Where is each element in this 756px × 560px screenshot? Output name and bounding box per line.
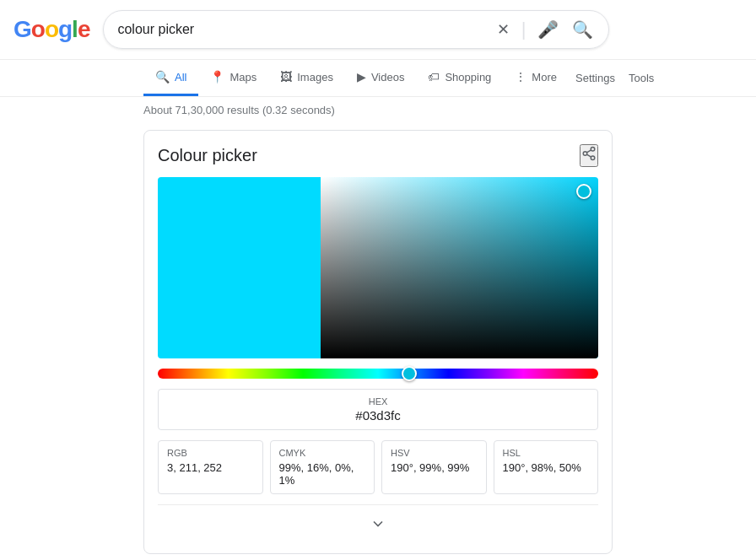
videos-icon: ▶ bbox=[357, 70, 366, 83]
clear-button[interactable]: ✕ bbox=[495, 19, 511, 40]
header: Google colour picker ✕ | 🎤 🔍 bbox=[0, 0, 756, 60]
card-title: Colour picker bbox=[158, 146, 257, 165]
results-info: About 71,30,000 results (0.32 seconds) bbox=[0, 97, 756, 123]
tab-maps[interactable]: 📍 Maps bbox=[198, 60, 268, 96]
voice-search-button[interactable]: 🎤 bbox=[536, 18, 560, 41]
gradient-handle[interactable] bbox=[576, 184, 591, 199]
hex-value[interactable]: #03d3fc bbox=[169, 408, 587, 423]
svg-point-0 bbox=[591, 148, 595, 152]
settings-link[interactable]: Settings bbox=[575, 72, 615, 84]
hue-slider-track[interactable] bbox=[158, 369, 598, 379]
hsl-label: HSL bbox=[503, 448, 590, 458]
expand-button[interactable] bbox=[366, 512, 390, 540]
rgb-label: RGB bbox=[167, 448, 254, 458]
more-icon: ⋮ bbox=[515, 70, 526, 83]
nav-settings: Settings Tools bbox=[569, 72, 661, 84]
hsv-value: 190°, 99%, 99% bbox=[391, 461, 478, 474]
color-gradient-container[interactable] bbox=[158, 177, 598, 358]
rgb-box[interactable]: RGB 3, 211, 252 bbox=[158, 440, 263, 494]
hex-label: HEX bbox=[169, 396, 587, 407]
tools-link[interactable]: Tools bbox=[629, 72, 654, 84]
results-count: About 71,30,000 results (0.32 seconds) bbox=[143, 104, 335, 116]
color-values-grid: RGB 3, 211, 252 CMYK 99%, 16%, 0%, 1% HS… bbox=[158, 440, 598, 494]
tab-more-label: More bbox=[532, 71, 557, 83]
color-solid-preview bbox=[158, 177, 321, 358]
hsl-box[interactable]: HSL 190°, 98%, 50% bbox=[494, 440, 599, 494]
tab-more[interactable]: ⋮ More bbox=[503, 60, 569, 96]
search-bar: colour picker ✕ | 🎤 🔍 bbox=[103, 10, 609, 49]
images-icon: 🖼 bbox=[280, 70, 292, 83]
hsl-value: 190°, 98%, 50% bbox=[503, 461, 590, 474]
tab-shopping[interactable]: 🏷 Shopping bbox=[416, 60, 503, 96]
cmyk-box[interactable]: CMYK 99%, 16%, 0%, 1% bbox=[270, 440, 375, 494]
svg-line-3 bbox=[586, 154, 591, 157]
tab-all[interactable]: 🔍 All bbox=[143, 60, 198, 96]
svg-line-4 bbox=[586, 150, 591, 153]
all-icon: 🔍 bbox=[155, 70, 170, 83]
card-header: Colour picker bbox=[158, 144, 598, 167]
search-button[interactable]: 🔍 bbox=[570, 18, 595, 41]
cmyk-label: CMYK bbox=[279, 448, 366, 458]
tab-videos[interactable]: ▶ Videos bbox=[345, 60, 417, 96]
tab-maps-label: Maps bbox=[230, 71, 256, 83]
main-content: Colour picker HEX #03d3fc bbox=[0, 123, 756, 560]
tab-images[interactable]: 🖼 Images bbox=[268, 60, 345, 96]
maps-icon: 📍 bbox=[210, 70, 224, 83]
tab-videos-label: Videos bbox=[371, 71, 405, 83]
expand-section bbox=[158, 504, 598, 540]
hsv-box[interactable]: HSV 190°, 99%, 99% bbox=[381, 440, 487, 494]
share-button[interactable] bbox=[580, 144, 598, 167]
color-picker-card: Colour picker HEX #03d3fc bbox=[143, 130, 613, 554]
svg-point-1 bbox=[583, 152, 587, 156]
tab-all-label: All bbox=[175, 71, 186, 83]
svg-point-2 bbox=[591, 156, 595, 160]
tab-images-label: Images bbox=[297, 71, 333, 83]
color-gradient-picker[interactable] bbox=[321, 177, 598, 358]
shopping-icon: 🏷 bbox=[428, 70, 440, 83]
cmyk-value: 99%, 16%, 0%, 1% bbox=[279, 461, 366, 487]
search-input[interactable]: colour picker bbox=[117, 22, 486, 37]
rgb-value: 3, 211, 252 bbox=[167, 461, 254, 474]
search-icons: ✕ | 🎤 🔍 bbox=[495, 18, 596, 41]
hue-slider-container[interactable] bbox=[158, 369, 598, 379]
divider: | bbox=[521, 19, 526, 40]
nav-tabs: 🔍 All 📍 Maps 🖼 Images ▶ Videos 🏷 Shoppin… bbox=[0, 60, 756, 97]
hex-section[interactable]: HEX #03d3fc bbox=[158, 389, 598, 430]
hue-handle[interactable] bbox=[402, 366, 417, 381]
tab-shopping-label: Shopping bbox=[445, 71, 491, 83]
google-logo[interactable]: Google bbox=[14, 16, 89, 43]
hsv-label: HSV bbox=[391, 448, 478, 458]
